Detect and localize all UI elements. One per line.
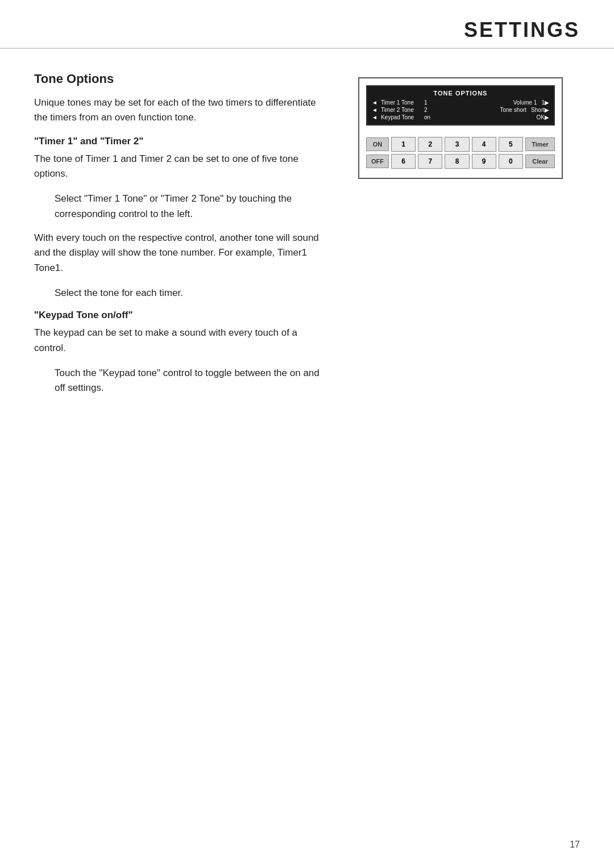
page-number: 17 bbox=[570, 840, 580, 850]
display-row-3: ◄ Keypad Tone on OK▶ bbox=[372, 114, 549, 121]
key-3-button[interactable]: 3 bbox=[445, 137, 469, 152]
keypad-row-2: OFF 6 7 8 9 0 Clear bbox=[366, 154, 555, 169]
row2-desc: Tone short bbox=[435, 107, 529, 113]
arrow-icon-1: ◄ bbox=[372, 99, 377, 106]
sub-heading-1: "Timer 1" and "Timer 2" bbox=[34, 136, 330, 147]
page-title: SETTINGS bbox=[464, 18, 580, 42]
key-4-button[interactable]: 4 bbox=[472, 137, 496, 152]
row2-value: 2 bbox=[424, 107, 433, 113]
keypad-row-1: ON 1 2 3 4 5 Timer bbox=[366, 137, 555, 152]
row1-value: 1 bbox=[424, 99, 433, 106]
row1-right: 1▶ bbox=[541, 99, 549, 106]
sub1-body: The tone of Timer 1 and Timer 2 can be s… bbox=[34, 152, 330, 182]
key-6-button[interactable]: 6 bbox=[391, 154, 416, 169]
arrow-icon-3: ◄ bbox=[372, 114, 377, 120]
key-8-button[interactable]: 8 bbox=[445, 154, 469, 169]
row3-value: on bbox=[424, 114, 433, 120]
key-1-button[interactable]: 1 bbox=[391, 137, 416, 152]
display-panel: TONE OPTIONS ◄ Timer 1 Tone 1 Volume 1 1… bbox=[358, 77, 563, 179]
page-header: SETTINGS bbox=[0, 0, 614, 49]
row1-desc: Volume 1 bbox=[435, 99, 540, 106]
key-7-button[interactable]: 7 bbox=[418, 154, 442, 169]
para2-text: With every touch on the respective contr… bbox=[34, 231, 330, 276]
on-button[interactable]: ON bbox=[366, 137, 389, 151]
key-5-button[interactable]: 5 bbox=[499, 137, 523, 152]
display-screen: TONE OPTIONS ◄ Timer 1 Tone 1 Volume 1 1… bbox=[366, 85, 555, 126]
display-row-2: ◄ Timer 2 Tone 2 Tone short Short▶ bbox=[372, 106, 549, 114]
key-9-button[interactable]: 9 bbox=[472, 154, 496, 169]
row3-label: Keypad Tone bbox=[381, 114, 422, 120]
text-column: Tone Options Unique tones may be set for… bbox=[34, 72, 330, 405]
page-content: Tone Options Unique tones may be set for… bbox=[0, 49, 614, 428]
display-title: TONE OPTIONS bbox=[372, 90, 549, 97]
off-button[interactable]: OFF bbox=[366, 155, 389, 168]
key-0-button[interactable]: 0 bbox=[499, 154, 523, 169]
section-heading: Tone Options bbox=[34, 72, 330, 86]
key-2-button[interactable]: 2 bbox=[418, 137, 442, 152]
sub-heading-2: "Keypad Tone on/off" bbox=[34, 310, 330, 321]
arrow-icon-2: ◄ bbox=[372, 107, 377, 113]
timer-button[interactable]: Timer bbox=[525, 137, 555, 151]
keypad-area: ON 1 2 3 4 5 Timer OFF 6 7 8 9 0 Clear bbox=[359, 132, 562, 178]
clear-button[interactable]: Clear bbox=[525, 155, 555, 168]
right-column: TONE OPTIONS ◄ Timer 1 Tone 1 Volume 1 1… bbox=[358, 72, 563, 179]
row3-right: OK▶ bbox=[537, 114, 549, 120]
row2-right: Short▶ bbox=[531, 107, 549, 113]
sub2-indent: Touch the "Keypad tone" control to toggl… bbox=[34, 366, 330, 396]
sub1-indent: Select "Timer 1 Tone" or "Timer 2 Tone" … bbox=[34, 191, 330, 222]
row2-label: Timer 2 Tone bbox=[381, 107, 422, 113]
indent2-text: Select the tone for each timer. bbox=[34, 286, 330, 301]
intro-text: Unique tones may be set for each of the … bbox=[34, 95, 330, 126]
display-row-1: ◄ Timer 1 Tone 1 Volume 1 1▶ bbox=[372, 99, 549, 106]
row1-label: Timer 1 Tone bbox=[381, 99, 422, 106]
sub2-body: The keypad can be set to make a sound wi… bbox=[34, 326, 330, 356]
